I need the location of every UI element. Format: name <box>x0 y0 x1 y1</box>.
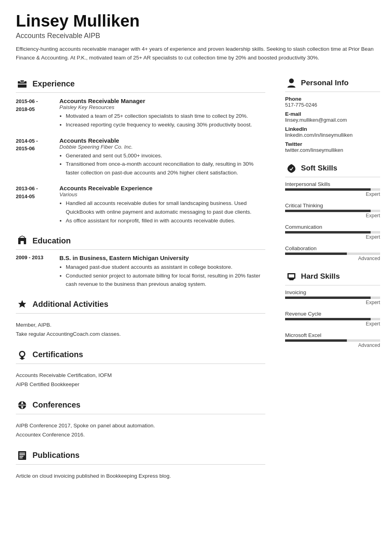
experience-list: 2015-06 - 2018-05 Accounts Receivable Ma… <box>16 98 265 225</box>
left-column: Experience 2015-06 - 2018-05 Accounts Re… <box>0 68 277 480</box>
soft-skill-fill-3 <box>285 253 347 255</box>
main-layout: Experience 2015-06 - 2018-05 Accounts Re… <box>0 68 392 496</box>
soft-skill-level-3: Advanced <box>285 256 380 261</box>
additional-icon <box>16 298 29 311</box>
soft-skill-name-1: Critical Thinking <box>285 203 380 209</box>
svg-point-7 <box>20 352 24 356</box>
soft-skill-bar-1 <box>285 210 380 212</box>
email-item: E-mail linsey.mulliken@gmail.com <box>285 111 380 123</box>
svg-rect-4 <box>21 241 24 244</box>
candidate-name: Linsey Mulliken <box>16 12 376 30</box>
pub-item-1: Article on cloud invoicing published in … <box>16 472 265 481</box>
experience-section-header: Experience <box>16 77 265 93</box>
svg-rect-16 <box>19 457 23 458</box>
twitter-label: Twitter <box>285 141 380 147</box>
right-column: Personal Info Phone 517-775-0246 E-mail … <box>277 68 392 480</box>
edu-date-1: 2009 - 2013 <box>16 255 51 289</box>
svg-marker-5 <box>18 300 26 308</box>
additional-item-2: Take regular AccountingCoach.com classes… <box>16 330 265 339</box>
hard-skill-bar-0 <box>285 297 380 299</box>
soft-skill-item-0: Interpersonal Skills Expert <box>285 181 380 197</box>
edu-content-1: B.S. in Business, Eastern Michigan Unive… <box>59 255 265 289</box>
hard-skill-bar-1 <box>285 318 380 320</box>
linkedin-item: LinkedIn linkedin.com/in/linseymulliken <box>285 126 380 138</box>
exp-title-3: Accounts Receivable Experience <box>59 185 265 191</box>
soft-skill-fill-2 <box>285 231 371 233</box>
soft-skill-fill-0 <box>285 188 371 191</box>
phone-item: Phone 517-775-0246 <box>285 96 380 108</box>
hard-skill-fill-2 <box>285 339 347 342</box>
soft-skills-icon <box>285 162 298 174</box>
exp-entry-3: 2013-06 - 2014-05 Accounts Receivable Ex… <box>16 185 265 225</box>
svg-rect-14 <box>19 454 25 455</box>
hard-skills-icon <box>285 270 298 283</box>
svg-point-17 <box>289 78 294 83</box>
hard-skill-item-0: Invoicing Expert <box>285 289 380 305</box>
exp-bullets-1: Motivated a team of 25+ collection speci… <box>59 112 265 129</box>
hard-skill-fill-0 <box>285 297 371 299</box>
edu-entry-1: 2009 - 2013 B.S. in Business, Eastern Mi… <box>16 255 265 289</box>
soft-skill-bar-3 <box>285 253 380 255</box>
hard-skill-name-2: Microsoft Excel <box>285 332 380 338</box>
svg-rect-13 <box>19 453 25 454</box>
svg-rect-1 <box>20 80 24 82</box>
email-value: linsey.mulliken@gmail.com <box>285 117 380 123</box>
experience-heading: Experience <box>32 79 75 88</box>
exp-date-1: 2015-06 - 2018-05 <box>16 98 51 129</box>
svg-rect-12 <box>18 451 26 460</box>
twitter-value: twitter.com/linseymulliken <box>285 147 380 153</box>
exp-title-2: Accounts Receivable <box>59 137 265 144</box>
soft-skill-bar-0 <box>285 188 380 191</box>
publications-section-header: Publications <box>16 449 265 465</box>
exp-content-3: Accounts Receivable Experience Various H… <box>59 185 265 225</box>
phone-label: Phone <box>285 96 380 102</box>
hard-skill-level-0: Expert <box>285 300 380 305</box>
conferences-content: AIPB Conference 2017, Spoke on panel abo… <box>16 417 265 440</box>
conf-item-1: AIPB Conference 2017, Spoke on panel abo… <box>16 421 265 431</box>
cert-item-1: Accounts Receivable Certification, IOFM <box>16 371 265 380</box>
soft-skill-level-2: Expert <box>285 234 380 240</box>
hard-skill-fill-1 <box>285 318 371 320</box>
conferences-heading: Conferences <box>32 400 80 410</box>
linkedin-value: linkedin.com/in/linseymulliken <box>285 132 380 138</box>
hard-skills-section-header: Hard Skills <box>285 270 380 285</box>
exp-entry-1: 2015-06 - 2018-05 Accounts Receivable Ma… <box>16 98 265 129</box>
exp-title-1: Accounts Receivable Manager <box>59 98 265 104</box>
soft-skill-name-3: Collaboration <box>285 245 380 251</box>
soft-skills-list: Interpersonal Skills Expert Critical Thi… <box>285 181 380 261</box>
exp-company-1: Paisley Key Resources <box>59 104 265 110</box>
additional-heading: Additional Activities <box>32 300 108 309</box>
publications-icon <box>16 449 29 462</box>
email-label: E-mail <box>285 111 380 117</box>
additional-section-header: Additional Activities <box>16 298 265 314</box>
exp-content-2: Accounts Receivable Dobbie Speering Fibe… <box>59 137 265 177</box>
certifications-content: Accounts Receivable Certification, IOFM … <box>16 367 265 389</box>
twitter-item: Twitter twitter.com/linseymulliken <box>285 141 380 153</box>
education-icon <box>16 234 29 247</box>
edu-title-1: B.S. in Business, Eastern Michigan Unive… <box>59 255 265 261</box>
soft-skills-section-header: Soft Skills <box>285 162 380 177</box>
conferences-section-header: Conferences <box>16 399 265 414</box>
svg-rect-21 <box>289 279 294 279</box>
phone-value: 517-775-0246 <box>285 102 380 108</box>
personal-info-section-header: Personal Info <box>285 77 380 92</box>
conferences-icon <box>16 399 29 411</box>
exp-bullets-3: Handled all accounts receivable duties f… <box>59 199 265 225</box>
soft-skill-item-1: Critical Thinking Expert <box>285 203 380 218</box>
soft-skill-bar-2 <box>285 231 380 233</box>
personal-info-icon <box>285 77 298 89</box>
personal-info-heading: Personal Info <box>301 78 348 87</box>
exp-bullets-2: Generated and sent out 5,000+ invoices. … <box>59 151 265 177</box>
publications-heading: Publications <box>32 451 80 460</box>
soft-skill-name-2: Communication <box>285 224 380 230</box>
svg-rect-19 <box>289 274 294 278</box>
svg-rect-20 <box>289 279 293 280</box>
certifications-heading: Certifications <box>32 350 83 359</box>
certifications-icon <box>16 348 29 361</box>
soft-skill-level-0: Expert <box>285 191 380 197</box>
soft-skill-name-0: Interpersonal Skills <box>285 181 380 187</box>
certifications-section-header: Certifications <box>16 348 265 364</box>
soft-skills-heading: Soft Skills <box>301 164 337 172</box>
exp-date-2: 2014-05 - 2015-06 <box>16 137 51 177</box>
soft-skill-fill-1 <box>285 210 371 212</box>
